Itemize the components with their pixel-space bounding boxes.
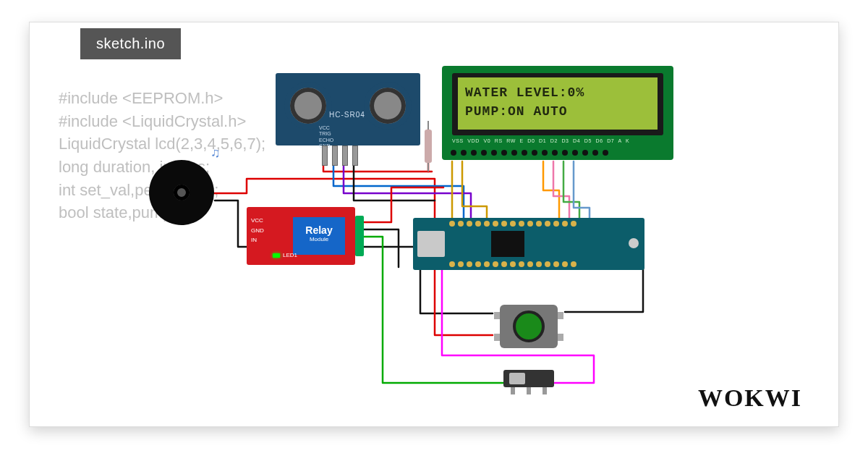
wire[interactable] — [435, 269, 493, 335]
push-button[interactable] — [500, 305, 558, 348]
sonar-tx-icon — [284, 82, 332, 130]
wire[interactable] — [462, 161, 487, 227]
relay-pin-labels: VCC GND IN — [251, 216, 264, 245]
wire[interactable] — [565, 269, 643, 312]
wire[interactable] — [574, 161, 590, 227]
button-cap-icon — [513, 311, 545, 342]
lcd-line-2: PUMP:ON AUTO — [465, 102, 650, 121]
switch-knob-icon — [509, 373, 525, 384]
buzzer[interactable] — [149, 160, 214, 225]
lcd-pin-holes — [451, 150, 665, 157]
resistor[interactable] — [425, 130, 432, 163]
slide-switch[interactable] — [503, 370, 554, 387]
sonar-rx-icon — [364, 82, 412, 130]
sonar-label: HC-SR04 — [329, 111, 365, 119]
arduino-nano[interactable] — [413, 218, 644, 270]
wire[interactable] — [420, 269, 493, 313]
hc-sr04-sensor[interactable]: HC-SR04 VCC TRIG ECHO GND — [276, 73, 420, 145]
nano-pins-bottom — [449, 261, 639, 267]
project-card: sketch.ino #include <EEPROM.h> #include … — [29, 22, 839, 427]
wire[interactable] — [354, 144, 435, 200]
reset-button[interactable] — [629, 238, 639, 248]
relay-body: RelayModule — [293, 217, 345, 255]
usb-port-icon — [417, 231, 445, 257]
relay-led-icon — [273, 253, 280, 258]
lcd-pin-labels: VSS VDD V0 RS RW E D0 D1 D2 D3 D4 D5 D6 … — [452, 138, 629, 143]
music-note-icon: ♫ — [210, 145, 221, 161]
wire[interactable] — [362, 187, 443, 222]
wire[interactable] — [543, 161, 559, 227]
wire[interactable] — [563, 161, 579, 227]
relay-module[interactable]: VCC GND IN RelayModule LED1 — [247, 207, 355, 265]
circuit-canvas[interactable]: WATER LEVEL:0% PUMP:ON AUTO VSS VDD V0 R… — [30, 22, 838, 426]
lcd-16x2[interactable]: WATER LEVEL:0% PUMP:ON AUTO VSS VDD V0 R… — [442, 66, 673, 160]
wire[interactable] — [362, 229, 399, 267]
wokwi-logo: WOKWI — [698, 384, 802, 412]
nano-pins-top — [449, 221, 639, 227]
wire[interactable] — [553, 161, 569, 227]
lcd-line-1: WATER LEVEL:0% — [465, 83, 650, 102]
mcu-chip-icon — [491, 231, 524, 257]
sonar-pins — [322, 145, 358, 166]
lcd-screen: WATER LEVEL:0% PUMP:ON AUTO — [458, 77, 658, 130]
relay-led-label: LED1 — [283, 252, 297, 258]
relay-terminal — [355, 216, 364, 256]
